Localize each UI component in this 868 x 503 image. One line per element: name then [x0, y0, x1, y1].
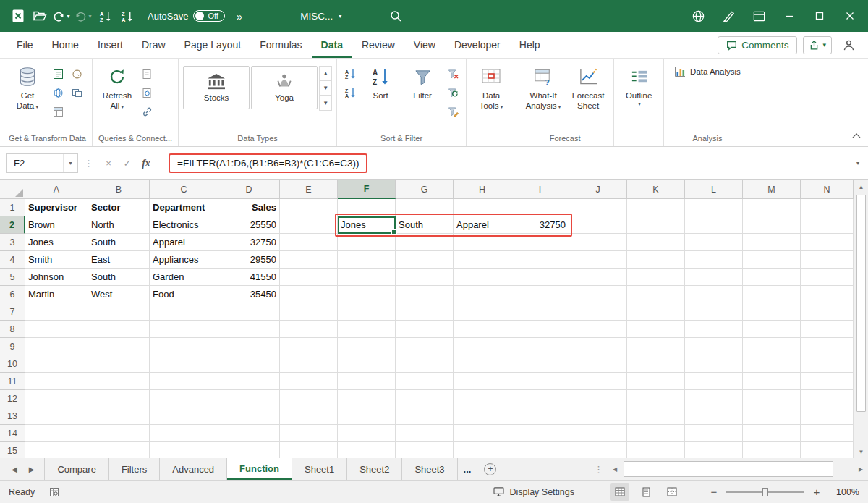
sheet-tab-filters[interactable]: Filters	[109, 458, 160, 480]
cell-G2[interactable]: South	[396, 216, 454, 234]
cell-G1[interactable]	[396, 199, 454, 216]
cell-H15[interactable]	[454, 442, 511, 458]
sort-button[interactable]: AZ Sort	[360, 62, 401, 102]
horizontal-scrollbar[interactable]: ◀ ▶	[608, 458, 868, 480]
cell-B8[interactable]	[88, 321, 150, 338]
reapply-filter-icon[interactable]	[444, 85, 461, 101]
cell-F11[interactable]	[338, 373, 396, 390]
cell-N2[interactable]	[801, 216, 854, 234]
cell-D3[interactable]: 32750	[218, 234, 280, 251]
cell-N7[interactable]	[801, 303, 854, 321]
comments-button[interactable]: Comments	[718, 36, 797, 54]
cell-M11[interactable]	[743, 373, 801, 390]
advanced-filter-icon[interactable]	[444, 103, 461, 119]
cell-A13[interactable]	[25, 407, 88, 425]
cell-F1[interactable]	[338, 199, 396, 216]
cell-G9[interactable]	[396, 338, 454, 355]
cell-B7[interactable]	[88, 303, 150, 321]
cell-D13[interactable]	[218, 407, 280, 425]
cell-K9[interactable]	[627, 338, 685, 355]
cell-D12[interactable]	[218, 390, 280, 407]
tab-data[interactable]: Data	[312, 32, 352, 58]
cell-C1[interactable]: Department	[150, 199, 218, 216]
cell-E9[interactable]	[280, 338, 338, 355]
cell-A11[interactable]	[25, 373, 88, 390]
cell-J12[interactable]	[569, 390, 627, 407]
row-header-9[interactable]: 9	[0, 338, 25, 355]
cell-J8[interactable]	[569, 321, 627, 338]
cell-K3[interactable]	[627, 234, 685, 251]
cell-M6[interactable]	[743, 286, 801, 303]
tab-draw[interactable]: Draw	[132, 32, 175, 58]
cell-D5[interactable]: 41550	[218, 269, 280, 286]
outline-button[interactable]: Outline ▾	[618, 62, 659, 109]
cell-D15[interactable]	[218, 442, 280, 458]
document-title[interactable]: MISC...▾	[294, 8, 347, 25]
column-header-H[interactable]: H	[454, 180, 511, 199]
row-header-15[interactable]: 15	[0, 442, 25, 458]
cancel-icon[interactable]: ×	[99, 154, 118, 173]
cell-E4[interactable]	[280, 251, 338, 269]
column-header-I[interactable]: I	[511, 180, 569, 199]
row-header-6[interactable]: 6	[0, 286, 25, 303]
row-header-5[interactable]: 5	[0, 269, 25, 286]
cell-K5[interactable]	[627, 269, 685, 286]
row-header-1[interactable]: 1	[0, 199, 25, 216]
excel-app-icon[interactable]	[7, 5, 29, 27]
column-header-F[interactable]: F	[338, 180, 396, 199]
cell-M8[interactable]	[743, 321, 801, 338]
cell-N1[interactable]	[801, 199, 854, 216]
cell-L12[interactable]	[685, 390, 743, 407]
scroll-right-icon[interactable]: ▶	[854, 466, 868, 473]
redo-button[interactable]: ▾	[72, 5, 94, 27]
cell-C8[interactable]	[150, 321, 218, 338]
yoga-data-type[interactable]: Yoga	[251, 66, 318, 109]
quick-access-overflow-icon[interactable]: »	[237, 10, 242, 22]
cell-C4[interactable]: Appliances	[150, 251, 218, 269]
from-table-range-icon[interactable]	[49, 103, 67, 119]
cell-C9[interactable]	[150, 338, 218, 355]
cell-B10[interactable]	[88, 355, 150, 373]
minimize-button[interactable]	[774, 0, 804, 32]
new-sheet-button[interactable]: +	[484, 458, 496, 480]
name-box[interactable]: F2 ▾	[6, 153, 78, 173]
cell-A5[interactable]: Johnson	[25, 269, 88, 286]
cell-C10[interactable]	[150, 355, 218, 373]
cell-H5[interactable]	[454, 269, 511, 286]
from-web-icon[interactable]	[49, 85, 67, 101]
horizontal-scroll-thumb[interactable]	[624, 461, 833, 477]
gallery-down-icon[interactable]: ▼	[320, 81, 331, 96]
cell-E13[interactable]	[280, 407, 338, 425]
cell-I11[interactable]	[511, 373, 569, 390]
cell-N14[interactable]	[801, 425, 854, 442]
cell-I12[interactable]	[511, 390, 569, 407]
cell-F10[interactable]	[338, 355, 396, 373]
cell-H6[interactable]	[454, 286, 511, 303]
cell-F7[interactable]	[338, 303, 396, 321]
data-tools-button[interactable]: Data Tools▾	[471, 62, 511, 113]
cell-J13[interactable]	[569, 407, 627, 425]
forecast-sheet-button[interactable]: Forecast Sheet	[567, 62, 609, 113]
cell-L10[interactable]	[685, 355, 743, 373]
cell-D8[interactable]	[218, 321, 280, 338]
cell-E1[interactable]	[280, 199, 338, 216]
cell-H14[interactable]	[454, 425, 511, 442]
cell-B9[interactable]	[88, 338, 150, 355]
what-if-analysis-button[interactable]: ? What-If Analysis▾	[521, 62, 566, 113]
cell-I7[interactable]	[511, 303, 569, 321]
cell-F2[interactable]: Jones	[338, 216, 396, 234]
cell-D2[interactable]: 25550	[218, 216, 280, 234]
row-header-14[interactable]: 14	[0, 425, 25, 442]
cell-C14[interactable]	[150, 425, 218, 442]
cell-G3[interactable]	[396, 234, 454, 251]
sort-descending-quick-icon[interactable]: ZA	[116, 5, 137, 27]
cell-M10[interactable]	[743, 355, 801, 373]
cell-J9[interactable]	[569, 338, 627, 355]
cell-I10[interactable]	[511, 355, 569, 373]
cell-N15[interactable]	[801, 442, 854, 458]
column-header-N[interactable]: N	[801, 180, 854, 199]
cell-D14[interactable]	[218, 425, 280, 442]
page-layout-view-icon[interactable]	[637, 483, 655, 501]
column-header-C[interactable]: C	[150, 180, 218, 199]
cell-E10[interactable]	[280, 355, 338, 373]
